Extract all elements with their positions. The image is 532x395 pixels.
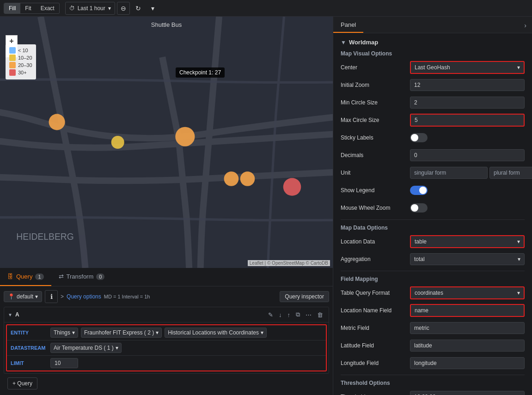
longitude-input[interactable] — [410, 357, 525, 369]
datasource-selector[interactable]: 📍 default ▾ — [4, 291, 42, 302]
query-options-link[interactable]: Query options — [67, 293, 101, 300]
query-count-badge: 1 — [35, 273, 43, 280]
time-picker[interactable]: ⏱ Last 1 hour ▾ — [65, 2, 115, 15]
unit-singular-input[interactable] — [410, 167, 488, 179]
min-circle-input[interactable] — [410, 97, 525, 109]
duplicate-button[interactable]: ⧉ — [294, 310, 302, 319]
chevron-down-icon: ▾ — [156, 329, 159, 336]
metric-field-input[interactable] — [410, 322, 525, 334]
field-mapping-title: Field Mapping — [341, 276, 525, 282]
mouse-wheel-control — [410, 203, 525, 213]
table-query-format-value: coordinates — [415, 290, 443, 296]
move-down-button[interactable]: ↓ — [277, 310, 284, 319]
min-circle-row: Min Circle Size — [341, 96, 525, 109]
center-row: Center Last GeoHash ▾ — [341, 61, 525, 74]
map-area: HEIDELBERG Shuttle Bus + − < 10 10–20 — [0, 17, 333, 268]
longitude-control — [410, 357, 525, 369]
aggregation-select[interactable]: total ▾ — [410, 253, 525, 265]
location-data-value: table — [415, 238, 427, 245]
decimals-label: Decimals — [341, 152, 410, 158]
entity-detail-select[interactable]: Historical Locations with Coordinates ▾ — [165, 328, 267, 338]
legend-color-2 — [9, 55, 16, 61]
unit-fields — [410, 167, 532, 179]
main-layout: HEIDELBERG Shuttle Bus + − < 10 10–20 — [0, 17, 532, 395]
tab-query[interactable]: 🗄 Query 1 — [0, 268, 51, 286]
location-data-label: Location Data — [341, 238, 410, 245]
legend-item-2: 10–20 — [9, 55, 32, 61]
limit-input[interactable] — [50, 358, 78, 368]
datastream-row: DATASTREAM Air Temperature DS ( 1 ) ▾ — [7, 340, 326, 356]
max-circle-input[interactable] — [410, 114, 525, 127]
tab-panel[interactable]: Panel — [333, 21, 363, 33]
add-query-button[interactable]: + Query — [7, 377, 37, 389]
location-data-select[interactable]: table ▾ — [410, 235, 525, 248]
divider-1 — [341, 219, 525, 220]
latitude-row: Latitude Field — [341, 339, 525, 352]
show-legend-label: Show Legend — [341, 187, 410, 194]
visual-options-title: Map Visual Options — [341, 50, 525, 57]
chevron-down-icon: ▾ — [261, 329, 263, 336]
unit-row: Unit — [341, 166, 525, 180]
svg-point-1 — [49, 114, 65, 130]
refresh-button[interactable]: ↻ — [132, 2, 145, 15]
collapse-button[interactable]: ▼ — [8, 312, 12, 317]
initial-zoom-row: Initial Zoom — [341, 78, 525, 92]
thresholds-row: Thresholds — [341, 390, 525, 395]
location-name-input[interactable] — [410, 304, 525, 317]
info-button[interactable]: ℹ — [45, 290, 58, 303]
panel-expand-button[interactable]: › — [519, 22, 532, 33]
more-button[interactable]: ▾ — [147, 2, 159, 15]
legend-color-3 — [9, 62, 16, 68]
pin-icon: 📍 — [8, 293, 15, 300]
initial-zoom-control — [410, 79, 525, 91]
center-select[interactable]: Last GeoHash ▾ — [410, 61, 525, 74]
center-label: Center — [341, 64, 410, 71]
tab-transform[interactable]: ⇄ Transform 0 — [51, 268, 112, 286]
center-value: Last GeoHash — [415, 64, 450, 71]
mouse-wheel-toggle[interactable] — [410, 203, 428, 213]
map-legend: < 10 10–20 20–30 30+ — [6, 44, 36, 79]
sticky-labels-toggle[interactable] — [410, 133, 428, 142]
chevron-down-icon: ▾ — [517, 238, 520, 245]
legend-item-4: 30+ — [9, 69, 32, 76]
database-icon: 🗄 — [7, 273, 13, 280]
time-range-label: Last 1 hour — [78, 5, 105, 12]
table-query-format-control: coordinates ▾ — [410, 286, 525, 299]
delete-query-button[interactable]: 🗑 — [315, 310, 325, 319]
move-up-button[interactable]: ↑ — [286, 310, 293, 319]
fit-button[interactable]: Fit — [20, 3, 36, 13]
show-legend-toggle[interactable] — [410, 186, 428, 195]
datastream-select[interactable]: Air Temperature DS ( 1 ) ▾ — [50, 343, 122, 353]
entity-row: ENTITY Things ▾ Fraunhofer FIT Express (… — [7, 325, 326, 340]
query-meta: MD = 1 Interval = 1h — [104, 294, 150, 299]
decimals-input[interactable] — [410, 149, 525, 161]
location-name-label: Location Name Field — [341, 307, 410, 314]
thresholds-input[interactable] — [410, 391, 525, 395]
initial-zoom-input[interactable] — [410, 79, 525, 91]
svg-point-3 — [175, 127, 195, 146]
center-control: Last GeoHash ▾ — [410, 61, 525, 74]
worldmap-section-header[interactable]: ▼ Worldmap — [341, 39, 525, 46]
edit-query-button[interactable]: ✎ — [266, 310, 275, 319]
legend-label-1: < 10 — [18, 48, 28, 53]
zoom-out-button[interactable]: ⊖ — [117, 2, 130, 15]
threshold-options-title: Threshold Options — [341, 380, 525, 386]
exact-button[interactable]: Exact — [36, 3, 59, 13]
latitude-input[interactable] — [410, 340, 525, 352]
transform-tab-label: Transform — [67, 273, 94, 280]
table-query-format-select[interactable]: coordinates ▾ — [410, 286, 525, 299]
query-a-actions: ✎ ↓ ↑ ⧉ ⋯ 🗑 — [266, 310, 325, 319]
max-circle-label: Max Circle Size — [341, 117, 410, 123]
entity-type-select[interactable]: Things ▾ — [50, 328, 78, 338]
min-circle-control — [410, 97, 525, 109]
map-background: HEIDELBERG — [0, 17, 333, 268]
entity-value-select[interactable]: Fraunhofer FIT Express ( 2 ) ▾ — [81, 328, 162, 338]
svg-point-2 — [111, 136, 124, 149]
query-tab-label: Query — [16, 273, 32, 280]
query-inspector-button[interactable]: Query inspector — [280, 291, 329, 302]
unit-plural-input[interactable] — [489, 167, 532, 179]
divider-3 — [341, 375, 525, 375]
legend-color-4 — [9, 69, 16, 76]
fill-button[interactable]: Fill — [4, 3, 20, 13]
more-options-button[interactable]: ⋯ — [304, 310, 313, 319]
